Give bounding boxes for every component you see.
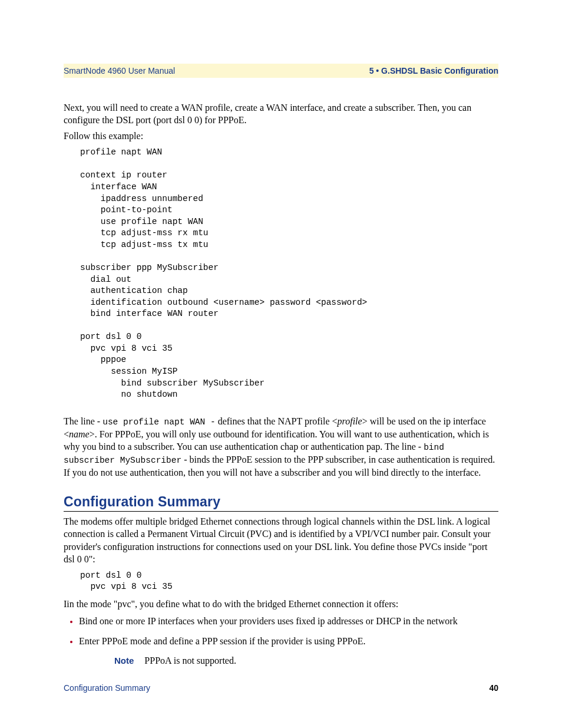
list-item: Bind one or more IP interfaces when your… xyxy=(79,615,498,628)
footer-page-number: 40 xyxy=(489,683,498,693)
note-label: Note xyxy=(114,655,134,666)
intro-paragraph-1: Next, you will need to create a WAN prof… xyxy=(64,101,498,126)
section-title: Configuration Summary xyxy=(64,494,498,510)
explain-mid1: defines that the NAPT profile < xyxy=(216,416,338,426)
explain-ital1: profile xyxy=(338,416,362,426)
code-block-1: profile napt WAN context ip router inter… xyxy=(80,147,498,400)
explain-code-1: use profile napt WAN - xyxy=(103,417,215,427)
intro-paragraph-2: Follow this example: xyxy=(64,130,498,142)
header-left: SmartNode 4960 User Manual xyxy=(64,66,175,75)
section-paragraph-1: The modems offer multiple bridged Ethern… xyxy=(64,515,498,565)
section-rule xyxy=(64,511,498,512)
header-right: 5 • G.SHDSL Basic Configuration xyxy=(369,66,498,75)
explain-ital2: name xyxy=(69,429,90,439)
explanation-paragraph: The line - use profile napt WAN - define… xyxy=(64,415,498,479)
paragraph-after-code2: Iin the mode "pvc", you define what to d… xyxy=(64,598,498,610)
bullet-list: Bind one or more IP interfaces when your… xyxy=(64,615,498,647)
list-item: Enter PPPoE mode and define a PPP sessio… xyxy=(79,635,498,648)
note-row: Note PPPoA is not supported. xyxy=(114,655,498,666)
footer-left: Configuration Summary xyxy=(64,683,150,693)
page: SmartNode 4960 User Manual 5 • G.SHDSL B… xyxy=(0,0,562,728)
code-block-2: port dsl 0 0 pvc vpi 8 vci 35 xyxy=(80,570,498,593)
explain-pre: The line - xyxy=(64,416,103,426)
note-text: PPPoA is not supported. xyxy=(144,655,236,666)
page-footer: Configuration Summary 40 xyxy=(64,683,498,693)
page-header: SmartNode 4960 User Manual 5 • G.SHDSL B… xyxy=(64,64,498,78)
